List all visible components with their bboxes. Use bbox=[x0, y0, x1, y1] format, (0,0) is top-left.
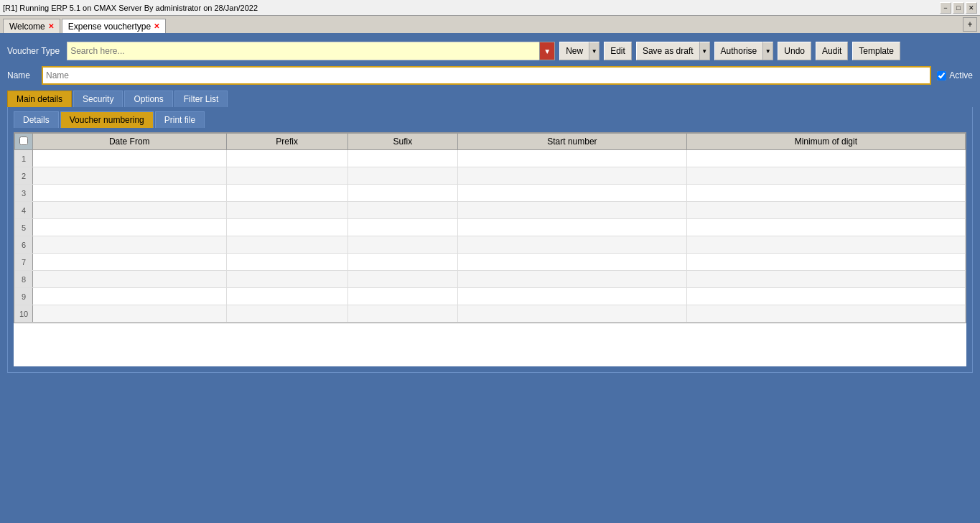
cell-minimum-of-digit[interactable] bbox=[686, 167, 965, 185]
add-tab-button[interactable]: + bbox=[963, 17, 977, 32]
cell-date-from[interactable] bbox=[33, 305, 227, 323]
table-row: 2 bbox=[15, 167, 966, 185]
cell-prefix[interactable] bbox=[226, 236, 347, 254]
cell-sufix[interactable] bbox=[347, 254, 458, 271]
cell-date-from[interactable] bbox=[33, 150, 227, 167]
sub-tab-bar: Details Voucher numbering Print file bbox=[8, 107, 972, 128]
search-dropdown-button[interactable]: ▼ bbox=[539, 42, 555, 60]
name-input[interactable] bbox=[42, 66, 931, 85]
cell-date-from[interactable] bbox=[33, 236, 227, 254]
cell-start-number[interactable] bbox=[458, 305, 687, 323]
cell-start-number[interactable] bbox=[458, 219, 687, 236]
active-checkbox[interactable] bbox=[937, 71, 946, 80]
audit-button[interactable]: Audit bbox=[816, 42, 848, 60]
cell-prefix[interactable] bbox=[226, 271, 347, 288]
tab-security[interactable]: Security bbox=[73, 91, 123, 107]
sub-tab-print-file[interactable]: Print file bbox=[155, 111, 205, 128]
save-as-draft-button[interactable]: Save as draft bbox=[636, 42, 700, 60]
cell-prefix[interactable] bbox=[226, 288, 347, 305]
table-row: 10 bbox=[15, 305, 966, 323]
voucher-type-search-input[interactable] bbox=[67, 42, 555, 60]
sub-tab-voucher-numbering[interactable]: Voucher numbering bbox=[60, 111, 154, 128]
cell-start-number[interactable] bbox=[458, 202, 687, 219]
col-checkbox bbox=[15, 134, 33, 150]
add-tab-icon: + bbox=[967, 19, 972, 29]
cell-sufix[interactable] bbox=[347, 150, 458, 167]
cell-date-from[interactable] bbox=[33, 219, 227, 236]
table-row: 6 bbox=[15, 236, 966, 254]
cell-minimum-of-digit[interactable] bbox=[686, 202, 965, 219]
cell-date-from[interactable] bbox=[33, 254, 227, 271]
cell-sufix[interactable] bbox=[347, 305, 458, 323]
cell-date-from[interactable] bbox=[33, 167, 227, 185]
new-button[interactable]: New bbox=[559, 42, 589, 60]
cell-minimum-of-digit[interactable] bbox=[686, 288, 965, 305]
new-btn-group: New ▼ bbox=[559, 42, 599, 60]
tab-expense-vouchertype[interactable]: Expense vouchertype ✕ bbox=[62, 19, 166, 33]
col-sufix: Sufix bbox=[347, 134, 458, 150]
cell-start-number[interactable] bbox=[458, 236, 687, 254]
tab-options-label: Options bbox=[134, 94, 163, 104]
cell-start-number[interactable] bbox=[458, 185, 687, 202]
minimize-button[interactable]: − bbox=[940, 2, 951, 14]
save-draft-dropdown-arrow[interactable]: ▼ bbox=[700, 42, 710, 60]
cell-prefix[interactable] bbox=[226, 150, 347, 167]
close-button[interactable]: ✕ bbox=[966, 2, 977, 14]
undo-button[interactable]: Undo bbox=[778, 42, 811, 60]
cell-minimum-of-digit[interactable] bbox=[686, 185, 965, 202]
cell-prefix[interactable] bbox=[226, 254, 347, 271]
maximize-button[interactable]: □ bbox=[953, 2, 964, 14]
cell-date-from[interactable] bbox=[33, 288, 227, 305]
dropdown-arrow-icon: ▼ bbox=[543, 47, 551, 55]
cell-minimum-of-digit[interactable] bbox=[686, 236, 965, 254]
tab-expense-vouchertype-close[interactable]: ✕ bbox=[154, 22, 159, 30]
cell-start-number[interactable] bbox=[458, 271, 687, 288]
cell-sufix[interactable] bbox=[347, 202, 458, 219]
cell-minimum-of-digit[interactable] bbox=[686, 150, 965, 167]
cell-prefix[interactable] bbox=[226, 202, 347, 219]
row-number: 8 bbox=[15, 271, 33, 288]
select-all-checkbox[interactable] bbox=[19, 136, 28, 145]
cell-date-from[interactable] bbox=[33, 185, 227, 202]
tab-filter-list[interactable]: Filter List bbox=[174, 91, 228, 107]
cell-start-number[interactable] bbox=[458, 150, 687, 167]
cell-minimum-of-digit[interactable] bbox=[686, 305, 965, 323]
cell-sufix[interactable] bbox=[347, 271, 458, 288]
main-content: Voucher Type ▼ New ▼ Edit Save as draft … bbox=[0, 34, 980, 523]
cell-prefix[interactable] bbox=[226, 167, 347, 185]
authorise-button[interactable]: Authorise bbox=[714, 42, 764, 60]
cell-date-from[interactable] bbox=[33, 271, 227, 288]
edit-button[interactable]: Edit bbox=[604, 42, 632, 60]
cell-start-number[interactable] bbox=[458, 167, 687, 185]
tab-welcome[interactable]: Welcome ✕ bbox=[3, 19, 60, 33]
tab-main-details[interactable]: Main details bbox=[7, 91, 72, 107]
cell-start-number[interactable] bbox=[458, 288, 687, 305]
table-row: 5 bbox=[15, 219, 966, 236]
cell-prefix[interactable] bbox=[226, 305, 347, 323]
cell-sufix[interactable] bbox=[347, 185, 458, 202]
authorise-dropdown-arrow[interactable]: ▼ bbox=[763, 42, 773, 60]
template-button[interactable]: Template bbox=[852, 42, 900, 60]
tab-options[interactable]: Options bbox=[124, 91, 172, 107]
cell-start-number[interactable] bbox=[458, 254, 687, 271]
tab-security-label: Security bbox=[83, 94, 113, 104]
content-panel: Details Voucher numbering Print file D bbox=[7, 107, 973, 373]
cell-sufix[interactable] bbox=[347, 167, 458, 185]
cell-minimum-of-digit[interactable] bbox=[686, 219, 965, 236]
cell-date-from[interactable] bbox=[33, 202, 227, 219]
sub-tab-details-label: Details bbox=[23, 115, 50, 125]
sub-tab-details[interactable]: Details bbox=[14, 111, 59, 128]
col-minimum-of-digit: Minimum of digit bbox=[686, 134, 965, 150]
cell-minimum-of-digit[interactable] bbox=[686, 271, 965, 288]
new-dropdown-arrow[interactable]: ▼ bbox=[589, 42, 599, 60]
cell-prefix[interactable] bbox=[226, 185, 347, 202]
cell-sufix[interactable] bbox=[347, 288, 458, 305]
cell-prefix[interactable] bbox=[226, 219, 347, 236]
window-title: [R1] Running ERP 5.1 on CMAX Server By a… bbox=[3, 4, 258, 12]
voucher-type-label: Voucher Type bbox=[7, 46, 60, 56]
table-row: 8 bbox=[15, 271, 966, 288]
tab-welcome-close[interactable]: ✕ bbox=[48, 22, 54, 30]
cell-sufix[interactable] bbox=[347, 236, 458, 254]
cell-minimum-of-digit[interactable] bbox=[686, 254, 965, 271]
cell-sufix[interactable] bbox=[347, 219, 458, 236]
